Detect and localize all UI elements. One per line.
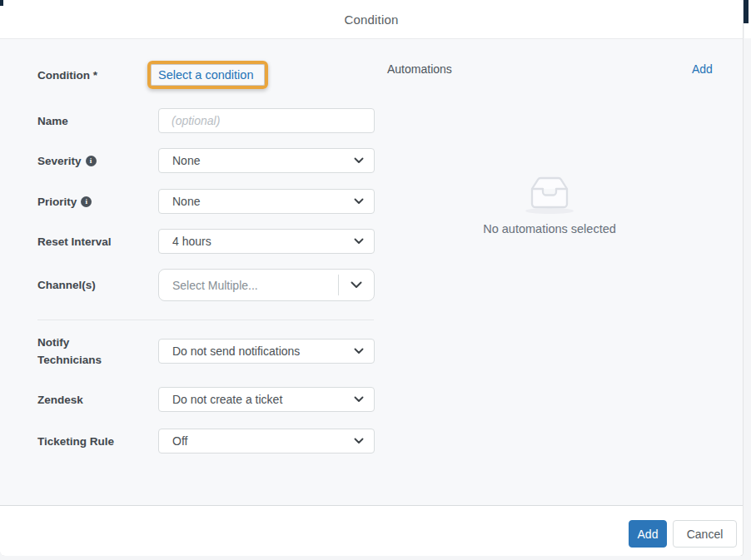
chevron-down-icon xyxy=(354,396,364,403)
zendesk-label: Zendesk xyxy=(37,391,158,409)
reset-interval-row: Reset Interval 4 hours xyxy=(37,229,375,254)
info-icon[interactable] xyxy=(86,156,97,166)
chevron-down-icon xyxy=(354,348,364,354)
reset-interval-label: Reset Interval xyxy=(37,233,158,250)
chevron-down-icon xyxy=(351,281,362,289)
zendesk-row: Zendesk Do not create a ticket xyxy=(37,387,375,412)
section-divider xyxy=(37,320,374,320)
zendesk-select[interactable]: Do not create a ticket xyxy=(158,387,375,412)
multiselect-dropdown-toggle[interactable] xyxy=(339,281,374,289)
empty-tray-icon xyxy=(523,171,576,215)
name-input[interactable] xyxy=(158,108,375,133)
automations-title: Automations xyxy=(387,62,452,76)
priority-select[interactable]: None xyxy=(158,189,375,214)
notify-technicians-label: Notify Technicians xyxy=(37,334,158,369)
modal-footer: Add Cancel xyxy=(0,505,743,556)
notify-technicians-row: Notify Technicians Do not send notificat… xyxy=(37,339,375,364)
severity-row: Severity None xyxy=(37,148,375,173)
priority-row: Priority None xyxy=(37,189,375,214)
name-row: Name xyxy=(37,108,375,133)
severity-select[interactable]: None xyxy=(158,148,375,173)
chevron-down-icon xyxy=(354,157,364,164)
page-chrome-corner xyxy=(0,0,3,6)
notify-technicians-select[interactable]: Do not send notifications xyxy=(158,339,375,364)
chevron-down-icon xyxy=(354,198,364,205)
ticketing-rule-label: Ticketing Rule xyxy=(37,433,158,450)
chevron-down-icon xyxy=(354,238,364,245)
tutorial-highlight-box: Select a condition xyxy=(147,61,268,89)
automations-empty-state: No automations selected xyxy=(387,171,712,235)
priority-label: Priority xyxy=(37,193,158,211)
automations-empty-text: No automations selected xyxy=(387,222,712,235)
condition-modal: Condition Condition * Select a condition… xyxy=(0,0,744,556)
info-icon[interactable] xyxy=(81,196,92,207)
automations-add-link[interactable]: Add xyxy=(692,62,713,76)
page-chrome-bar xyxy=(744,0,749,23)
select-condition-link[interactable]: Select a condition xyxy=(158,68,253,82)
channels-row: Channel(s) Select Multiple... xyxy=(37,269,375,301)
channels-multiselect[interactable]: Select Multiple... xyxy=(158,269,375,301)
cancel-button[interactable]: Cancel xyxy=(673,520,737,548)
chevron-down-icon xyxy=(354,438,364,444)
name-label: Name xyxy=(37,112,158,130)
channels-label: Channel(s) xyxy=(37,276,158,294)
condition-label: Condition * xyxy=(37,67,158,84)
modal-title: Condition xyxy=(344,12,398,27)
add-button[interactable]: Add xyxy=(629,520,667,548)
modal-header: Condition xyxy=(0,0,743,39)
page-background-strip xyxy=(744,0,751,560)
condition-row: Condition * Select a condition xyxy=(37,59,268,91)
reset-interval-select[interactable]: 4 hours xyxy=(158,229,375,254)
ticketing-rule-row: Ticketing Rule Off xyxy=(37,429,375,453)
ticketing-rule-select[interactable]: Off xyxy=(158,429,375,453)
severity-label: Severity xyxy=(37,152,158,170)
